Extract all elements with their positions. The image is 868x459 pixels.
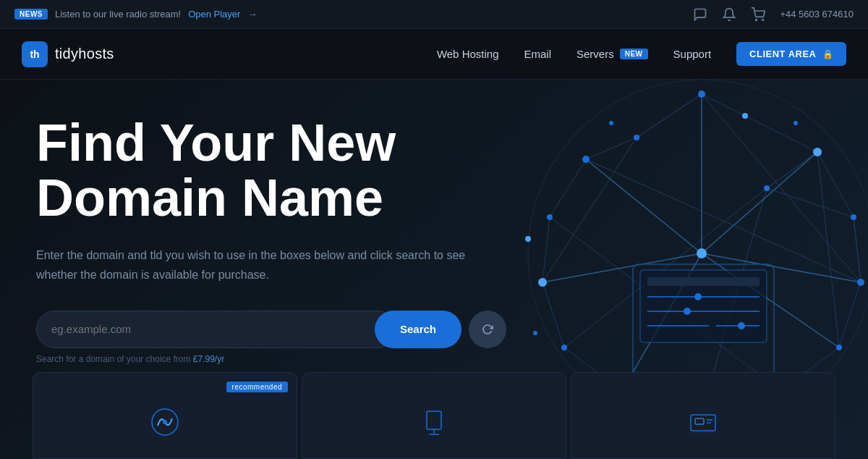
card-recommended[interactable]: recommended <box>33 372 297 459</box>
nav-servers-container[interactable]: Servers NEW <box>576 48 648 60</box>
navbar: th tidyhosts Web Hosting Email Servers N… <box>0 29 868 80</box>
card-2[interactable] <box>302 372 566 459</box>
search-hint: Search for a domain of your choice from … <box>36 354 868 364</box>
chat-icon[interactable] <box>693 7 707 22</box>
svg-line-29 <box>586 159 702 253</box>
card-3[interactable] <box>571 372 835 459</box>
phone-number: +44 5603 674610 <box>780 9 854 20</box>
open-player-link[interactable]: Open Player <box>188 9 240 20</box>
announcement-left: news Listen to our live radio stream! Op… <box>14 9 257 20</box>
hero-section: Find Your New Domain Name Enter the doma… <box>0 80 868 459</box>
svg-point-43 <box>684 308 691 315</box>
svg-point-68 <box>533 331 537 335</box>
svg-line-15 <box>550 159 586 217</box>
svg-line-32 <box>767 152 817 188</box>
svg-point-66 <box>609 121 613 125</box>
logo[interactable]: th tidyhosts <box>22 41 114 67</box>
svg-rect-77 <box>695 418 704 424</box>
bell-icon[interactable] <box>722 7 736 22</box>
news-badge: news <box>14 9 48 20</box>
nav-web-hosting[interactable]: Web Hosting <box>437 48 499 60</box>
svg-line-13 <box>542 282 564 348</box>
svg-point-72 <box>163 420 167 424</box>
card-icon-1 <box>147 404 183 440</box>
hero-title: Find Your New Domain Name <box>36 116 470 225</box>
svg-point-56 <box>538 278 547 287</box>
client-area-label: CLIENT AREA <box>749 49 816 59</box>
nav-links: Web Hosting Email Servers NEW Support CL… <box>437 42 846 66</box>
domain-search-input[interactable] <box>51 323 381 335</box>
svg-point-67 <box>525 236 531 242</box>
nav-email[interactable]: Email <box>524 48 552 60</box>
recommended-badge: recommended <box>226 382 288 392</box>
svg-line-33 <box>767 188 854 217</box>
svg-point-0 <box>756 19 757 20</box>
nav-servers[interactable]: Servers <box>576 48 614 60</box>
svg-point-63 <box>793 121 798 125</box>
svg-point-47 <box>698 90 705 98</box>
svg-point-58 <box>582 156 590 163</box>
svg-line-5 <box>817 152 854 217</box>
svg-point-40 <box>694 293 702 300</box>
svg-point-49 <box>851 214 856 220</box>
nav-support[interactable]: Support <box>673 48 712 60</box>
card-icon-3 <box>685 404 721 440</box>
logo-text: tidyhosts <box>55 46 114 62</box>
logo-icon: th <box>22 41 48 67</box>
search-form: Search <box>36 311 506 348</box>
announcement-text: Listen to our live radio stream! <box>55 9 181 20</box>
refresh-button[interactable] <box>469 311 506 348</box>
hero-title-line1: Find Your New <box>36 114 396 172</box>
svg-point-62 <box>742 113 748 119</box>
hero-content: Find Your New Domain Name Enter the doma… <box>0 80 506 311</box>
svg-point-59 <box>634 135 639 140</box>
hero-title-line2: Domain Name <box>36 169 383 227</box>
svg-rect-73 <box>427 411 441 429</box>
lock-icon: 🔒 <box>822 49 834 59</box>
svg-point-1 <box>762 19 764 20</box>
svg-point-46 <box>738 322 745 329</box>
svg-point-51 <box>836 345 842 350</box>
svg-point-61 <box>697 248 707 258</box>
card-icon-2 <box>416 404 452 440</box>
svg-line-19 <box>817 152 839 348</box>
svg-point-60 <box>764 185 770 191</box>
svg-point-48 <box>813 148 822 156</box>
svg-point-57 <box>547 214 553 220</box>
svg-line-3 <box>702 94 817 152</box>
announcement-bar: news Listen to our live radio stream! Op… <box>0 0 868 29</box>
announcement-right: +44 5603 674610 <box>693 7 854 22</box>
svg-line-18 <box>702 94 861 282</box>
hint-price: £7.99/yr <box>193 354 224 364</box>
cart-icon[interactable] <box>751 7 765 22</box>
svg-point-55 <box>561 345 567 350</box>
client-area-button[interactable]: CLIENT AREA 🔒 <box>736 42 846 66</box>
search-input-wrapper <box>36 311 396 348</box>
cards-row: recommended <box>0 372 868 459</box>
svg-line-34 <box>854 217 861 282</box>
svg-line-28 <box>702 152 817 253</box>
svg-line-8 <box>839 282 861 348</box>
svg-point-50 <box>857 279 864 286</box>
svg-rect-76 <box>691 415 715 431</box>
search-button[interactable]: Search <box>375 311 461 348</box>
svg-line-17 <box>637 94 702 138</box>
open-player-arrow[interactable]: → <box>247 9 257 20</box>
svg-line-16 <box>586 138 637 159</box>
svg-rect-37 <box>647 277 760 286</box>
servers-new-badge: NEW <box>620 49 648 59</box>
hint-text: Search for a domain of your choice from <box>36 354 190 364</box>
hero-subtitle: Enter the domain and tld you wish to use… <box>36 245 470 285</box>
